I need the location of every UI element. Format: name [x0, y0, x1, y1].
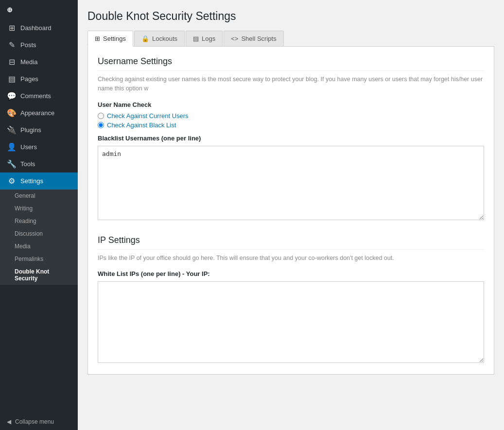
- ip-settings-title: IP Settings: [98, 235, 484, 250]
- sidebar: ⊕ ⊞ Dashboard ✎ Posts ⊟ Media ▤ Pages 💬 …: [0, 0, 78, 430]
- sidebar-item-posts[interactable]: ✎ Posts: [0, 36, 78, 53]
- submenu-double-knot-security[interactable]: Double Knot Security: [0, 265, 78, 285]
- radio-black-list-label[interactable]: Check Against Black List: [98, 121, 484, 129]
- lockouts-tab-icon: 🔒: [141, 35, 149, 42]
- sidebar-label-posts: Posts: [20, 41, 36, 49]
- sidebar-item-media[interactable]: ⊟ Media: [0, 53, 78, 70]
- wp-icon: ⊕: [7, 6, 13, 14]
- username-check-label: User Name Check: [98, 101, 484, 108]
- users-icon: 👤: [7, 142, 17, 152]
- media-icon: ⊟: [7, 57, 17, 67]
- settings-icon: ⚙: [7, 176, 17, 186]
- tab-logs[interactable]: ▤ Logs: [186, 31, 223, 46]
- radio-current-users-text: Check Against Current Users: [107, 112, 189, 120]
- sidebar-item-appearance[interactable]: 🎨 Appearance: [0, 104, 78, 121]
- radio-current-users[interactable]: [98, 113, 104, 119]
- tab-settings-label: Settings: [103, 35, 126, 42]
- submenu-general[interactable]: General: [0, 189, 78, 202]
- submenu-writing[interactable]: Writing: [0, 202, 78, 215]
- pages-icon: ▤: [7, 74, 17, 84]
- submenu-discussion[interactable]: Discussion: [0, 227, 78, 240]
- plugins-icon: 🔌: [7, 125, 17, 135]
- blacklist-label: Blacklist Usernames (one per line): [98, 135, 484, 142]
- submenu-reading[interactable]: Reading: [0, 215, 78, 227]
- whitelist-textarea[interactable]: [98, 281, 484, 363]
- tab-logs-label: Logs: [202, 35, 215, 42]
- blacklist-textarea[interactable]: admin: [98, 146, 484, 220]
- sidebar-label-tools: Tools: [20, 160, 35, 168]
- sidebar-item-comments[interactable]: 💬 Comments: [0, 87, 78, 104]
- sidebar-item-plugins[interactable]: 🔌 Plugins: [0, 121, 78, 138]
- collapse-label: Collapse menu: [15, 418, 54, 425]
- whitelist-label: White List IPs (one per line) - Your IP:: [98, 270, 484, 277]
- collapse-icon: ◀: [7, 418, 11, 425]
- sidebar-label-dashboard: Dashboard: [20, 24, 52, 32]
- sidebar-item-settings[interactable]: ⚙ Settings: [0, 172, 78, 189]
- sidebar-item-users[interactable]: 👤 Users: [0, 138, 78, 155]
- tab-shell-scripts-label: Shell Scripts: [241, 35, 276, 42]
- radio-current-users-label[interactable]: Check Against Current Users: [98, 112, 484, 120]
- tab-bar: ⊞ Settings 🔒 Lockouts ▤ Logs <> Shell Sc…: [87, 31, 494, 47]
- sidebar-item-tools[interactable]: 🔧 Tools: [0, 155, 78, 172]
- username-settings-desc: Checking against existing user names is …: [98, 75, 484, 93]
- radio-black-list-text: Check Against Black List: [107, 121, 176, 129]
- submenu-permalinks[interactable]: Permalinks: [0, 253, 78, 265]
- tab-lockouts[interactable]: 🔒 Lockouts: [134, 31, 185, 46]
- dashboard-icon: ⊞: [7, 23, 17, 33]
- comments-icon: 💬: [7, 91, 17, 101]
- collapse-menu-button[interactable]: ◀ Collapse menu: [0, 413, 78, 430]
- submenu-media[interactable]: Media: [0, 240, 78, 253]
- logs-tab-icon: ▤: [193, 35, 199, 42]
- tab-content: Username Settings Checking against exist…: [87, 47, 494, 375]
- sidebar-label-users: Users: [20, 143, 37, 151]
- sidebar-logo: ⊕: [0, 0, 78, 19]
- radio-black-list[interactable]: [98, 122, 104, 128]
- active-arrow: [74, 177, 78, 185]
- appearance-icon: 🎨: [7, 108, 17, 118]
- sidebar-label-media: Media: [20, 58, 37, 66]
- ip-settings-desc: IPs like the IP of your office should go…: [98, 254, 484, 263]
- sidebar-item-dashboard[interactable]: ⊞ Dashboard: [0, 19, 78, 36]
- sidebar-label-pages: Pages: [20, 75, 38, 83]
- settings-tab-icon: ⊞: [95, 35, 100, 42]
- posts-icon: ✎: [7, 40, 17, 50]
- radio-group-username: Check Against Current Users Check Agains…: [98, 112, 484, 129]
- sidebar-item-pages[interactable]: ▤ Pages: [0, 70, 78, 87]
- settings-submenu: General Writing Reading Discussion Media…: [0, 189, 78, 285]
- sidebar-label-settings: Settings: [20, 177, 43, 185]
- tab-shell-scripts[interactable]: <> Shell Scripts: [224, 31, 283, 46]
- tab-settings[interactable]: ⊞ Settings: [87, 31, 133, 47]
- sidebar-label-comments: Comments: [20, 92, 51, 100]
- sidebar-label-plugins: Plugins: [20, 126, 41, 134]
- tools-icon: 🔧: [7, 159, 17, 169]
- ip-settings-section: IP Settings IPs like the IP of your offi…: [98, 235, 484, 365]
- tab-lockouts-label: Lockouts: [152, 35, 177, 42]
- username-settings-title: Username Settings: [98, 56, 484, 71]
- sidebar-label-appearance: Appearance: [20, 109, 54, 117]
- shell-scripts-tab-icon: <>: [231, 35, 238, 42]
- page-title: Double Knot Security Settings: [87, 10, 494, 23]
- username-settings-section: Username Settings Checking against exist…: [98, 56, 484, 222]
- main-content: Double Knot Security Settings ⊞ Settings…: [78, 0, 504, 430]
